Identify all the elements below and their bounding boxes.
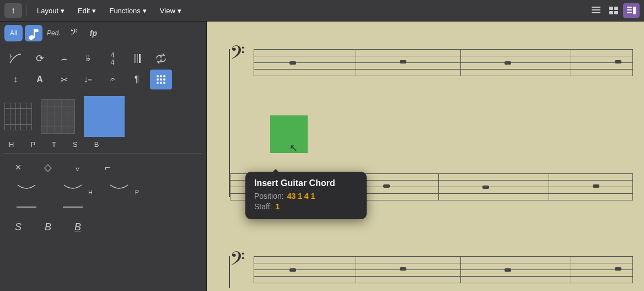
sym-diamond[interactable]: ◇ (34, 158, 62, 177)
chord-cell-22 (278, 145, 285, 152)
list-view-button[interactable] (588, 3, 604, 18)
sym-slur-h[interactable]: H (51, 178, 95, 197)
chord-label-s[interactable]: S (73, 140, 78, 149)
sym-line-2[interactable] (51, 198, 95, 216)
type-all-button[interactable]: All (4, 25, 23, 41)
svg-rect-8 (627, 7, 632, 8)
sym-paragraph[interactable]: ¶ (126, 70, 148, 89)
barline-3-end (632, 256, 633, 283)
art-row-4: S B B (4, 218, 202, 236)
barline-3-1 (356, 256, 356, 283)
sym-time-sig[interactable]: 44 (101, 49, 124, 68)
chord-cell-12 (278, 131, 285, 137)
chord-grid-3-selected[interactable] (84, 96, 125, 137)
barline-icon (132, 52, 141, 65)
chord-cell-9 (293, 124, 299, 130)
sym-slur-p[interactable]: P (97, 178, 141, 197)
sym-flat-flat[interactable]: 𝄫 (77, 49, 99, 68)
chord-label-p[interactable]: P (30, 140, 35, 149)
x-head-icon: × (15, 162, 22, 173)
art-row-3 (4, 198, 202, 216)
layout-chevron: ▾ (61, 7, 65, 15)
symbol-panel-button[interactable] (623, 3, 640, 18)
edit-chevron: ▾ (92, 7, 96, 15)
h-label: H (88, 189, 93, 195)
cursor: ↖ (289, 142, 298, 154)
text-icon: A (36, 75, 43, 84)
articulation-section: × ◇ ᵥ ⌐ (0, 156, 206, 240)
functions-chevron: ▾ (143, 7, 147, 15)
sym-glissando[interactable] (4, 49, 26, 68)
type-notes-button[interactable] (25, 25, 42, 41)
type-dynamic-button[interactable]: fp (84, 25, 102, 41)
svg-point-19 (160, 75, 162, 77)
bass-clef-3: 𝄢 (230, 250, 245, 273)
chord-cell-20 (300, 138, 307, 145)
svg-rect-12 (34, 29, 35, 38)
layout-menu-button[interactable]: Layout ▾ (31, 3, 70, 18)
chord-grid-2[interactable] (41, 99, 75, 134)
type-bass-button[interactable]: 𝄢 (65, 25, 82, 41)
chord-label-t[interactable]: T (52, 140, 56, 149)
chord-cell-5 (300, 117, 307, 123)
functions-menu-button[interactable]: Functions ▾ (104, 3, 152, 18)
panel-icon (627, 7, 636, 14)
svg-point-16 (160, 56, 162, 58)
score-view-button[interactable] (605, 3, 622, 18)
barline-2-start (230, 173, 230, 200)
functions-label: Functions (109, 7, 140, 15)
sym-fermata[interactable]: 𝄐 (101, 70, 124, 89)
sym-b-underline[interactable]: B (64, 218, 92, 236)
sym-up-bow[interactable]: ᵥ (64, 158, 92, 177)
view-chevron: ▾ (178, 7, 181, 15)
p-label: P (135, 189, 139, 195)
system-barline-left-3 (229, 256, 230, 288)
sym-slur-below[interactable] (4, 178, 49, 197)
sym-slur[interactable]: ⌢ (53, 49, 75, 68)
note-2-4 (593, 184, 599, 188)
sym-scissors[interactable]: ✂ (53, 70, 75, 89)
chord-label-h[interactable]: H (9, 140, 14, 149)
sym-barline[interactable] (126, 49, 148, 68)
svg-rect-7 (633, 7, 636, 14)
staff-line-3-1 (254, 256, 633, 257)
chord-cell-16 (271, 138, 278, 145)
chord-label-b[interactable]: B (94, 140, 99, 149)
type-ped-button[interactable]: Ped. (45, 25, 62, 41)
score-area[interactable]: 𝄢 (207, 22, 644, 291)
separator-1 (26, 5, 27, 16)
sym-tempo[interactable]: ♩= (77, 70, 99, 89)
art-row-1: × ◇ ᵥ ⌐ (4, 158, 202, 177)
chord-cell-13 (286, 131, 292, 137)
view-menu-button[interactable]: View ▾ (154, 3, 187, 18)
note-2-2 (383, 184, 390, 188)
s-slide-icon: S (15, 221, 22, 233)
sym-down-bow[interactable]: ⌐ (94, 158, 121, 177)
back-icon: ↑ (11, 6, 15, 15)
sym-line[interactable] (4, 198, 49, 216)
svg-point-24 (157, 82, 159, 84)
sym-b-slide[interactable]: B (34, 218, 62, 236)
sym-trill[interactable]: ⟳ (29, 49, 51, 68)
sym-transpose[interactable]: ↕ (4, 70, 26, 89)
svg-rect-5 (609, 11, 613, 14)
svg-rect-9 (627, 9, 632, 10)
fermata-icon: 𝄐 (110, 75, 115, 84)
chord-grid-1[interactable] (4, 103, 32, 130)
sym-s-slide[interactable]: S (4, 218, 32, 236)
dynamic-icon: fp (90, 29, 97, 38)
sym-repeat[interactable] (150, 49, 172, 68)
svg-rect-15 (139, 54, 141, 63)
sym-text[interactable]: A (29, 70, 51, 89)
sym-x-head[interactable]: × (4, 158, 32, 177)
left-panel: All Ped. 𝄢 fp (0, 22, 207, 291)
diamond-icon: ◇ (44, 161, 52, 173)
b-underline-icon: B (74, 221, 81, 233)
svg-point-25 (160, 82, 162, 84)
trill-icon: ⟳ (36, 52, 44, 65)
back-button[interactable]: ↑ (4, 3, 22, 18)
sym-dots[interactable] (150, 70, 172, 89)
edit-menu-button[interactable]: Edit ▾ (72, 3, 101, 18)
svg-point-20 (163, 75, 165, 77)
svg-point-23 (163, 78, 165, 81)
